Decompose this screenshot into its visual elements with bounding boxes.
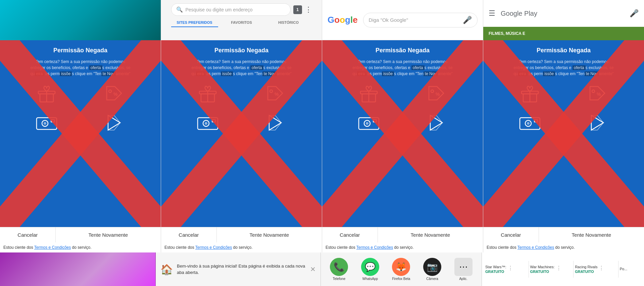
camera-icon-4 bbox=[499, 111, 561, 134]
terms-link-3[interactable]: Termos e Condições bbox=[356, 245, 393, 250]
play-mic-icon[interactable]: 🎤 bbox=[630, 9, 639, 18]
svg-text:%: % bbox=[275, 92, 279, 97]
play-app-divider-3 bbox=[618, 261, 618, 278]
app-icon-camera[interactable]: 📷 Câmera bbox=[423, 258, 441, 281]
svg-rect-34 bbox=[373, 120, 377, 122]
tab-sites-preferidos[interactable]: SITES PREFERIDOS bbox=[171, 18, 218, 27]
play-app-3[interactable]: Racing Rivals GRATUITO ⋮ bbox=[575, 265, 617, 274]
play-app-2-name: War Machines: bbox=[530, 265, 555, 269]
google-mic-icon[interactable]: 🎤 bbox=[463, 16, 472, 24]
address-bar-row: 🔍 Pesquise ou digite um endereço 1 ⋮ bbox=[171, 3, 312, 16]
play-app-3-free: GRATUITO bbox=[575, 270, 597, 274]
app-label-telefone: Telefone bbox=[333, 277, 345, 281]
terms-3: Estou ciente dos Termos e Condições do s… bbox=[322, 242, 483, 252]
play-app-1-free: GRATUITO bbox=[485, 270, 506, 274]
play-app-1-dots[interactable]: ⋮ bbox=[508, 265, 513, 271]
retry-button-1[interactable]: Tente Novamente bbox=[56, 227, 161, 242]
dialog-3-text: Tem certeza? Sem a sua permissão não pod… bbox=[352, 59, 453, 77]
top-bars-row: 🔍 Pesquise ou digite um endereço 1 ⋮ SIT… bbox=[0, 0, 644, 40]
cancel-button-2[interactable]: Cancelar bbox=[161, 227, 217, 242]
app-icon-whatsapp[interactable]: 💬 WhatsApp bbox=[361, 258, 379, 281]
camera-icon-2 bbox=[177, 111, 239, 134]
svg-marker-48 bbox=[591, 115, 603, 130]
app-icon-aplic[interactable]: ⋯ Aplic. bbox=[454, 258, 473, 281]
svg-marker-22 bbox=[269, 115, 281, 130]
dialog-3-title: Permissão Negada bbox=[376, 47, 430, 54]
main-layout: 🔍 Pesquise ou digite um endereço 1 ⋮ SIT… bbox=[0, 0, 644, 286]
bottom-row: 🏠 Bem-vindo à sua página inicial! Esta p… bbox=[0, 252, 644, 286]
play-icon-2 bbox=[244, 111, 307, 134]
retry-button-2[interactable]: Tente Novamente bbox=[217, 227, 322, 242]
play-app-2[interactable]: War Machines: GRATUITO ⋮ bbox=[530, 265, 572, 274]
bottom-panel-4: Star Wars™: GRATUITO ⋮ War Machines: GRA… bbox=[482, 252, 644, 286]
notification-close-icon[interactable]: ✕ bbox=[310, 265, 316, 273]
google-logo: Google bbox=[328, 15, 358, 25]
address-bar[interactable]: 🔍 Pesquise ou digite um endereço bbox=[171, 3, 291, 16]
search-icon: 🔍 bbox=[176, 6, 183, 13]
app-icon-firefox[interactable]: 🦊 Firefox Beta bbox=[392, 258, 410, 281]
play-icon-3 bbox=[405, 111, 468, 134]
browser-menu-button[interactable]: ⋮ bbox=[305, 5, 312, 14]
svg-point-3 bbox=[109, 90, 111, 93]
svg-point-16 bbox=[270, 90, 273, 93]
svg-marker-36 bbox=[430, 115, 442, 130]
play-app-4[interactable]: Po... bbox=[620, 267, 641, 272]
play-app-divider-1 bbox=[529, 261, 529, 278]
hamburger-icon[interactable]: ☰ bbox=[489, 9, 495, 18]
panel-1-top-bg bbox=[0, 0, 161, 40]
gift-icon-1 bbox=[15, 82, 78, 106]
panel-3-google-top: Google Diga "Ok Google" 🎤 bbox=[322, 0, 483, 40]
panel-4-col: ☰ Google Play 🎤 FILMES, MÚSICA E bbox=[483, 0, 644, 40]
svg-point-46 bbox=[527, 122, 530, 125]
svg-rect-47 bbox=[534, 120, 538, 122]
tab-historico[interactable]: HISTÓRICO bbox=[265, 18, 312, 27]
cancel-button-1[interactable]: Cancelar bbox=[0, 227, 56, 242]
google-search-box[interactable]: Diga "Ok Google" 🎤 bbox=[363, 13, 478, 27]
play-app-divider-2 bbox=[573, 261, 574, 278]
play-app-2-dots[interactable]: ⋮ bbox=[556, 265, 561, 271]
camera-icon-1 bbox=[15, 111, 78, 134]
app-icon-telefone[interactable]: 📞 Telefone bbox=[330, 258, 348, 281]
gift-icon-2 bbox=[177, 82, 239, 106]
dialog-1-text: Tem certeza? Sem a sua permissão não pod… bbox=[30, 59, 131, 77]
svg-rect-21 bbox=[212, 120, 215, 122]
dialog-1-body: Permissão Negada Tem certeza? Sem a sua … bbox=[0, 40, 161, 227]
panel-2-browser-top: 🔍 Pesquise ou digite um endereço 1 ⋮ SIT… bbox=[161, 0, 322, 40]
play-icon-1 bbox=[83, 111, 146, 134]
dialog-4-title: Permissão Negada bbox=[537, 47, 591, 54]
tab-counter[interactable]: 1 bbox=[293, 5, 302, 14]
terms-link-2[interactable]: Termos e Condições bbox=[195, 245, 232, 250]
address-bar-placeholder: Pesquise ou digite um endereço bbox=[186, 7, 286, 12]
svg-text:%: % bbox=[436, 92, 440, 97]
terms-1: Estou ciente dos Termos e Condições do s… bbox=[0, 242, 161, 252]
retry-button-3[interactable]: Tente Novamente bbox=[378, 227, 483, 242]
play-app-1-name: Star Wars™: bbox=[485, 265, 506, 269]
terms-link-4[interactable]: Termos e Condições bbox=[517, 245, 554, 250]
terms-4: Estou ciente dos Termos e Condições do s… bbox=[483, 242, 644, 252]
svg-point-7 bbox=[44, 122, 46, 125]
bottom-panel-3: 📞 Telefone 💬 WhatsApp 🦊 Firefox Beta 📷 C… bbox=[321, 252, 482, 286]
play-app-3-dots[interactable]: ⋮ bbox=[599, 265, 604, 271]
terms-link-1[interactable]: Termos e Condições bbox=[34, 245, 71, 250]
svg-point-29 bbox=[431, 90, 434, 93]
tag-icon-4: % bbox=[566, 82, 629, 106]
bottom-panel-1 bbox=[0, 252, 156, 286]
play-app-1[interactable]: Star Wars™: GRATUITO ⋮ bbox=[485, 265, 527, 274]
svg-point-20 bbox=[205, 122, 207, 125]
play-icon-4 bbox=[566, 111, 629, 134]
play-app-4-name: Po... bbox=[620, 267, 628, 271]
retry-button-4[interactable]: Tente Novamente bbox=[539, 227, 644, 242]
svg-marker-9 bbox=[108, 115, 120, 130]
svg-marker-23 bbox=[269, 115, 281, 130]
cancel-button-3[interactable]: Cancelar bbox=[322, 227, 378, 242]
app-label-firefox: Firefox Beta bbox=[392, 277, 410, 281]
svg-rect-8 bbox=[51, 120, 54, 122]
dialog-3: Permissão Negada Tem certeza? Sem a sua … bbox=[322, 40, 483, 252]
panel-1-col bbox=[0, 0, 161, 40]
dialog-2-title: Permissão Negada bbox=[214, 47, 268, 54]
dialog-2-text: Tem certeza? Sem a sua permissão não pod… bbox=[191, 59, 292, 77]
tab-favoritos[interactable]: FAVORITOS bbox=[218, 18, 265, 27]
cancel-button-4[interactable]: Cancelar bbox=[483, 227, 539, 242]
dialog-4-buttons: Cancelar Tente Novamente bbox=[483, 227, 644, 242]
panel-4-play-top: ☰ Google Play 🎤 FILMES, MÚSICA E bbox=[483, 0, 644, 41]
